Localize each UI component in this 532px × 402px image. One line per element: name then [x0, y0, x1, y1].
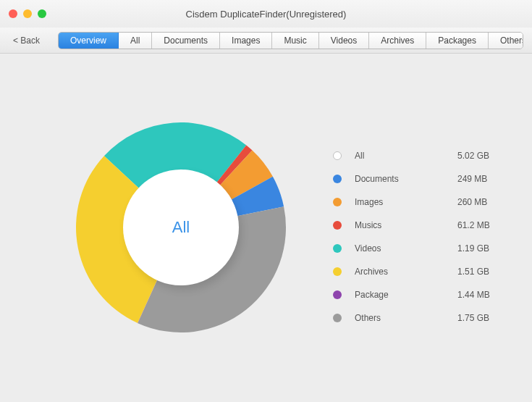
legend-item-others: Others 1.75 GB: [333, 306, 507, 330]
legend-item-videos: Videos 1.19 GB: [333, 237, 507, 260]
tab-images[interactable]: Images: [220, 33, 272, 49]
legend-value: 1.19 GB: [457, 243, 507, 254]
legend-label: Others: [355, 313, 457, 323]
legend-item-musics: Musics 61.2 MB: [333, 214, 507, 237]
minimize-icon[interactable]: [23, 9, 32, 18]
legend-value: 1.75 GB: [457, 313, 507, 323]
tab-videos[interactable]: Videos: [319, 33, 369, 49]
swatch-icon: [333, 290, 342, 299]
legend: All 5.02 GB Documents 249 MB Images 260 …: [333, 144, 507, 330]
close-icon[interactable]: [9, 9, 17, 18]
legend-item-all: All 5.02 GB: [333, 144, 507, 167]
legend-value: 1.44 MB: [457, 290, 507, 300]
legend-value: 249 MB: [457, 174, 507, 184]
traffic-lights: [9, 9, 46, 18]
swatch-icon: [333, 198, 342, 206]
tab-packages[interactable]: Packages: [426, 33, 489, 49]
swatch-icon: [333, 314, 342, 322]
legend-label: Images: [355, 197, 457, 207]
donut-center: All: [123, 169, 239, 285]
donut-chart: All: [72, 119, 290, 336]
app-window: Cisdem DuplicateFinder(Unregistered) < B…: [0, 0, 532, 402]
legend-item-archives: Archives 1.51 GB: [333, 260, 507, 283]
titlebar: Cisdem DuplicateFinder(Unregistered): [0, 0, 532, 28]
legend-value: 1.51 GB: [457, 267, 507, 277]
swatch-icon: [333, 151, 342, 160]
back-button[interactable]: < Back: [9, 33, 45, 49]
tab-music[interactable]: Music: [272, 33, 318, 49]
donut-center-label: All: [172, 218, 190, 237]
toolbar: < Back Overview All Documents Images Mus…: [0, 28, 532, 54]
legend-label: Archives: [355, 267, 457, 277]
tab-all[interactable]: All: [119, 33, 152, 49]
legend-label: Documents: [355, 174, 457, 184]
window-title: Cisdem DuplicateFinder(Unregistered): [0, 9, 532, 20]
tab-others[interactable]: Others: [489, 33, 523, 49]
swatch-icon: [333, 221, 342, 230]
legend-item-package: Package 1.44 MB: [333, 283, 507, 306]
legend-label: Package: [355, 290, 457, 300]
legend-item-images: Images 260 MB: [333, 190, 507, 214]
swatch-icon: [333, 244, 342, 253]
swatch-icon: [333, 267, 342, 276]
legend-label: Musics: [355, 220, 457, 230]
category-tabs: Overview All Documents Images Music Vide…: [58, 32, 523, 49]
tab-documents[interactable]: Documents: [152, 33, 220, 49]
tab-overview[interactable]: Overview: [59, 33, 119, 49]
legend-value: 260 MB: [457, 197, 507, 207]
tab-archives[interactable]: Archives: [369, 33, 426, 49]
legend-label: All: [355, 151, 457, 161]
zoom-icon[interactable]: [38, 9, 46, 18]
swatch-icon: [333, 175, 342, 183]
content-area: All All 5.02 GB Documents 249 MB Images …: [0, 54, 532, 402]
legend-value: 5.02 GB: [457, 151, 507, 161]
legend-item-documents: Documents 249 MB: [333, 167, 507, 190]
legend-label: Videos: [355, 243, 457, 254]
legend-value: 61.2 MB: [457, 220, 507, 230]
